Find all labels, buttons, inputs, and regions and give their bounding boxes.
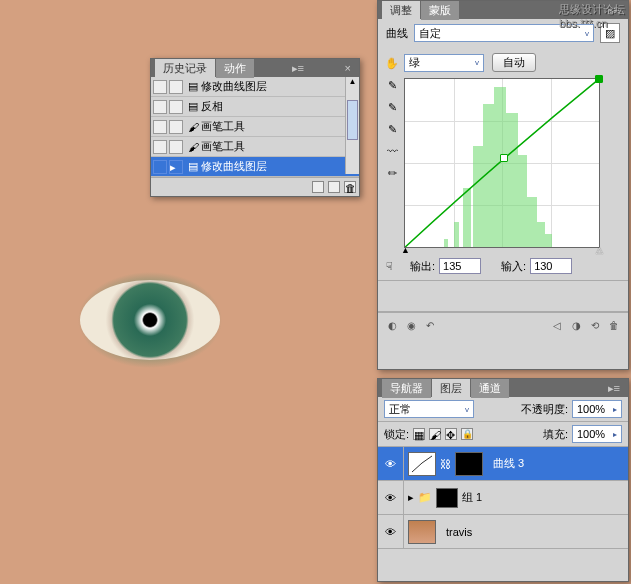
fill-input[interactable]: 100%▸ [572, 425, 622, 443]
group-mask-thumb[interactable] [436, 488, 458, 508]
layer-row-image[interactable]: 👁 travis [378, 515, 628, 549]
curve-path[interactable] [405, 79, 599, 247]
history-item[interactable]: 🖌 画笔工具 [151, 117, 359, 137]
chevron-down-icon: v [465, 405, 469, 414]
document-icon: ▤ [185, 100, 201, 113]
clip-icon[interactable]: ◐ [384, 317, 400, 333]
layer-mask-thumb[interactable] [455, 452, 483, 476]
eyedropper-black-icon[interactable]: ✎ [384, 77, 400, 93]
document-icon: ▤ [185, 160, 201, 173]
view-icon[interactable]: ◉ [403, 317, 419, 333]
history-label: 修改曲线图层 [201, 79, 267, 94]
tab-adjustments[interactable]: 调整 [382, 1, 420, 20]
adjust-type-label: 曲线 [386, 26, 408, 41]
eyedropper-white-icon[interactable]: ✎ [384, 121, 400, 137]
link-icon[interactable]: ⛓ [440, 458, 451, 470]
hand-icon[interactable]: ✋ [384, 55, 400, 71]
expand-icon[interactable]: ▸ [404, 491, 418, 504]
visibility-toggle[interactable]: 👁 [378, 447, 404, 480]
layer-row-curves[interactable]: 👁 ⛓ 曲线 3 [378, 447, 628, 481]
photo-eye-region [80, 280, 220, 360]
output-row: ☟ 输出: 输入: [378, 252, 628, 280]
opacity-input[interactable]: 100%▸ [572, 400, 622, 418]
tab-mask[interactable]: 蒙版 [421, 1, 459, 20]
auto-button[interactable]: 自动 [492, 53, 536, 72]
lock-position-icon[interactable]: ✥ [445, 428, 457, 440]
layers-lock-row: 锁定: ▦ 🖌 ✥ 🔒 填充: 100%▸ [378, 422, 628, 447]
close-icon[interactable]: × [341, 62, 355, 74]
output-input[interactable] [439, 258, 481, 274]
tab-actions[interactable]: 动作 [216, 59, 254, 78]
input-label: 输入: [501, 259, 526, 274]
layer-name[interactable]: 组 1 [462, 490, 482, 505]
history-footer: 🗑 [151, 177, 359, 196]
layer-thumb-curves[interactable] [408, 452, 436, 476]
folder-icon: 📁 [418, 491, 432, 504]
brush-icon: 🖌 [185, 141, 201, 153]
brush-icon: 🖌 [185, 121, 201, 133]
curve-control-point[interactable] [500, 154, 508, 162]
history-list: ▤ 修改曲线图层 ▤ 反相 🖌 画笔工具 🖌 画笔工具 ▸ ▤ 修改曲线图层 [151, 77, 359, 177]
tab-channels[interactable]: 通道 [471, 379, 509, 398]
history-label: 画笔工具 [201, 139, 245, 154]
output-label: 输出: [410, 259, 435, 274]
input-input[interactable] [530, 258, 572, 274]
chevron-down-icon: v [475, 58, 479, 67]
hand-icon[interactable]: ☟ [386, 260, 406, 273]
history-label: 修改曲线图层 [201, 159, 267, 174]
document-icon: ▤ [185, 80, 201, 93]
toggle-icon[interactable]: ◑ [568, 317, 584, 333]
layer-name[interactable]: travis [440, 526, 472, 538]
snapshot-icon[interactable] [312, 181, 324, 193]
channel-row: 绿v 自动 [404, 51, 624, 74]
curve-draw-icon[interactable]: ✏ [384, 165, 400, 181]
history-item[interactable]: ▤ 修改曲线图层 [151, 77, 359, 97]
prev-icon[interactable]: ◁ [549, 317, 565, 333]
chevron-down-icon: v [585, 29, 589, 38]
scrollbar-thumb[interactable] [347, 100, 358, 140]
trash-icon[interactable]: 🗑 [606, 317, 622, 333]
new-snapshot-icon[interactable] [328, 181, 340, 193]
lock-all-icon[interactable]: 🔒 [461, 428, 473, 440]
lock-transparent-icon[interactable]: ▦ [413, 428, 425, 440]
curves-graph[interactable]: ▲ △ [404, 78, 600, 248]
watermark: 思缘设计论坛 bbs.***.cn [559, 2, 625, 29]
visibility-toggle[interactable]: 👁 [378, 515, 404, 548]
eyedropper-gray-icon[interactable]: ✎ [384, 99, 400, 115]
history-item[interactable]: 🖌 画笔工具 [151, 137, 359, 157]
tab-history[interactable]: 历史记录 [155, 59, 215, 78]
history-item-current[interactable]: ▸ ▤ 修改曲线图层 [151, 157, 359, 177]
history-label: 画笔工具 [201, 119, 245, 134]
history-header[interactable]: 历史记录 动作 ▸≡ × [151, 59, 359, 77]
visibility-toggle[interactable]: 👁 [378, 481, 404, 514]
history-panel: 历史记录 动作 ▸≡ × ▤ 修改曲线图层 ▤ 反相 🖌 画笔工具 🖌 画笔工具… [150, 58, 360, 197]
panel-menu-icon[interactable]: ▸≡ [288, 62, 308, 75]
channel-select[interactable]: 绿v [404, 54, 484, 72]
lock-pixels-icon[interactable]: 🖌 [429, 428, 441, 440]
layer-thumb-image[interactable] [408, 520, 436, 544]
curve-point-icon[interactable]: 〰 [384, 143, 400, 159]
black-point-slider[interactable]: ▲ [401, 245, 410, 255]
tab-layers[interactable]: 图层 [432, 379, 470, 398]
layers-header[interactable]: 导航器 图层 通道 ▸≡ [378, 379, 628, 397]
adjust-footer: ◐ ◉ ↶ ◁ ◑ ⟲ 🗑 [378, 312, 628, 337]
curves-tools: ✋ ✎ ✎ ✎ 〰 ✏ [382, 51, 402, 248]
layers-panel: 导航器 图层 通道 ▸≡ 正常v 不透明度: 100%▸ 锁定: ▦ 🖌 ✥ 🔒… [377, 378, 629, 582]
scrollbar-vertical[interactable]: ▲ [345, 77, 359, 174]
panel-menu-icon[interactable]: ▸≡ [604, 382, 624, 395]
curve-end-point[interactable] [595, 75, 603, 83]
adjustments-panel: 调整 蒙版 ▸≡ 曲线 自定v ▨ ✋ ✎ ✎ ✎ 〰 ✏ 绿v 自动 [377, 0, 629, 370]
blend-mode-select[interactable]: 正常v [384, 400, 474, 418]
opacity-label: 不透明度: [521, 402, 568, 417]
layers-options: 正常v 不透明度: 100%▸ [378, 397, 628, 422]
layer-name[interactable]: 曲线 3 [487, 456, 524, 471]
tab-navigator[interactable]: 导航器 [382, 379, 431, 398]
reset-icon[interactable]: ↶ [422, 317, 438, 333]
layer-row-group[interactable]: 👁 ▸ 📁 组 1 [378, 481, 628, 515]
white-point-slider[interactable]: △ [596, 245, 603, 255]
history-label: 反相 [201, 99, 223, 114]
trash-icon[interactable]: 🗑 [344, 181, 356, 193]
reset-icon[interactable]: ⟲ [587, 317, 603, 333]
history-item[interactable]: ▤ 反相 [151, 97, 359, 117]
fill-label: 填充: [543, 427, 568, 442]
